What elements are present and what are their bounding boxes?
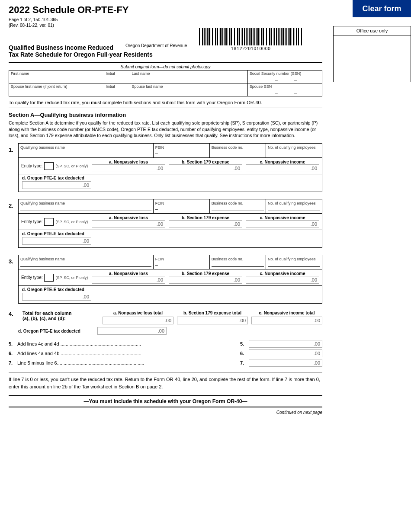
spouse-first-name-label: Spouse first name (if joint return) (11, 84, 102, 89)
first-name-input[interactable] (11, 77, 102, 82)
spouse-ssn-part2[interactable] (279, 90, 292, 95)
line4-section: 4. Total for each column (a), (b), (c), … (9, 311, 322, 335)
calc-line-7-ref: 7. (240, 360, 249, 365)
svg-rect-58 (296, 28, 297, 45)
nonpassive-income-input-1[interactable] (246, 164, 319, 172)
spouse-initial-input[interactable] (106, 90, 128, 95)
svg-rect-38 (263, 28, 264, 45)
svg-rect-11 (217, 28, 218, 45)
spouse-ssn-label: Spouse SSN (250, 84, 320, 89)
oregon-pte-input-3[interactable] (22, 293, 91, 301)
entry-3-biz-code: Business code no. (210, 255, 266, 269)
calc-line-5-input[interactable] (249, 340, 322, 348)
biz-code-input-2[interactable] (212, 205, 264, 211)
biz-code-input-3[interactable] (212, 261, 264, 267)
biz-code-input-1[interactable] (212, 150, 264, 155)
line4-col-b-input[interactable] (177, 317, 248, 324)
calc-line-5: 5. Add lines 4c and 4d .................… (9, 340, 322, 348)
calc-line-7-input[interactable] (249, 359, 322, 367)
rev-info: (Rev. 08-11-22, ver. 01) (9, 23, 201, 28)
sp-sc-p-label-2: (SP, SC, or P only) (55, 220, 88, 224)
nonpassive-loss-input-3[interactable] (92, 276, 165, 284)
continued-next-page: Continued on next page (9, 410, 322, 415)
svg-rect-51 (285, 28, 286, 45)
calc-lines-section: 5. Add lines 4c and 4d .................… (9, 340, 322, 367)
name-row-2: Spouse first name (if joint return) Init… (9, 83, 322, 96)
name-row-1: First name Initial Last name Social Secu… (9, 70, 322, 83)
fein-dash-2: – (155, 205, 208, 212)
oregon-pte-input-2[interactable] (22, 237, 91, 245)
spouse-ssn-dash1: – (275, 90, 278, 95)
ssn-part2[interactable] (279, 77, 292, 82)
entry-1-row2: Entity type: (SP, SC, or P only) a. Nonp… (18, 158, 322, 174)
qualify-para: To qualify for the reduced tax rate, you… (9, 100, 322, 108)
entry-3-fein: FEIN – (154, 255, 210, 269)
num-employees-input-3[interactable] (268, 261, 320, 267)
calc-line-5-number: 5. (9, 341, 17, 346)
spouse-last-name-label: Spouse last name (132, 84, 246, 89)
clear-form-button[interactable]: Clear form (353, 0, 411, 17)
oregon-pte-label-3: d. Oregon PTE-E tax deducted (22, 287, 318, 292)
spouse-ssn-cell: Spouse SSN – – (248, 83, 322, 96)
num-employees-input-2[interactable] (268, 205, 320, 211)
svg-rect-46 (276, 28, 277, 45)
line4-col-c-input[interactable] (251, 317, 322, 324)
svg-rect-19 (231, 28, 232, 45)
entity-type-box-2[interactable] (44, 218, 54, 226)
calc-line-6-input[interactable] (249, 349, 322, 357)
biz-name-input-1[interactable] (20, 150, 151, 155)
oregon-pte-label-2: d. Oregon PTE-E tax deducted (22, 231, 318, 236)
section179-label-1: b. Section 179 expense (169, 160, 242, 164)
spouse-ssn-part3[interactable] (299, 90, 320, 95)
line4d-input[interactable] (97, 327, 167, 335)
oregon-pte-input-1[interactable] (22, 181, 91, 189)
svg-rect-8 (212, 28, 213, 45)
last-name-input[interactable] (132, 77, 246, 82)
biz-name-input-2[interactable] (20, 205, 151, 211)
sp-sc-p-label-1: (SP, SC, or P only) (55, 164, 88, 168)
entry-2-row1: Qualifying business name FEIN – Business… (18, 199, 322, 214)
sp-sc-p-label-3: (SP, SC, or P only) (55, 276, 88, 280)
section179-input-2[interactable] (169, 220, 242, 228)
svg-rect-13 (220, 28, 222, 45)
barcode-number: 18122201010000 (195, 46, 307, 51)
line4-col-a-input[interactable] (103, 317, 173, 324)
nonpassive-loss-group-1: a. Nonpassive loss (92, 160, 165, 172)
nonpassive-income-input-2[interactable] (246, 220, 319, 228)
section179-input-3[interactable] (169, 276, 242, 284)
nonpassive-loss-input-1[interactable] (92, 164, 165, 172)
entry-1-num-employees: No. of qualifying employees (266, 144, 322, 157)
initial-input[interactable] (106, 77, 128, 82)
num-employees-input-1[interactable] (268, 150, 320, 155)
svg-rect-35 (257, 28, 259, 45)
svg-rect-49 (281, 28, 282, 45)
ssn-part3[interactable] (299, 77, 320, 82)
nonpassive-loss-input-2[interactable] (92, 220, 165, 228)
nonpassive-income-label-2: c. Nonpassive income (246, 215, 319, 220)
nonpassive-income-input-3[interactable] (246, 276, 319, 284)
svg-rect-23 (237, 28, 238, 45)
bottom-footer: —You must include this schedule with you… (9, 395, 322, 407)
entity-type-group-3: Entity type: (SP, SC, or P only) (21, 274, 88, 282)
spouse-ssn-part1[interactable] (250, 90, 273, 95)
entity-type-box-3[interactable] (44, 274, 54, 282)
section179-input-1[interactable] (169, 164, 242, 172)
spouse-first-name-input[interactable] (11, 90, 102, 95)
svg-rect-60 (300, 28, 300, 45)
first-name-cell: First name (9, 71, 104, 83)
ssn-dash1: – (275, 77, 278, 82)
biz-name-input-3[interactable] (20, 261, 151, 267)
entity-type-box-1[interactable] (44, 162, 54, 170)
section-a-description: Complete Section A to determine if you q… (9, 120, 322, 139)
nonpassive-loss-group-2: a. Nonpassive loss (92, 215, 165, 228)
svg-rect-21 (234, 28, 235, 45)
business-entry-1: 1. Qualifying business name FEIN – Busin… (9, 143, 322, 192)
calc-line-6-number: 6. (9, 351, 17, 356)
calc-line-7-text: Line 5 minus line 6.....................… (17, 360, 240, 365)
barcode-image (199, 28, 303, 45)
entry-3-row2: Entity type: (SP, SC, or P only) a. Nonp… (18, 269, 322, 286)
entity-type-label-3: Entity type: (21, 275, 42, 280)
spouse-last-name-input[interactable] (132, 90, 246, 95)
spouse-initial-cell: Initial (104, 83, 130, 96)
ssn-part1[interactable] (250, 77, 273, 82)
